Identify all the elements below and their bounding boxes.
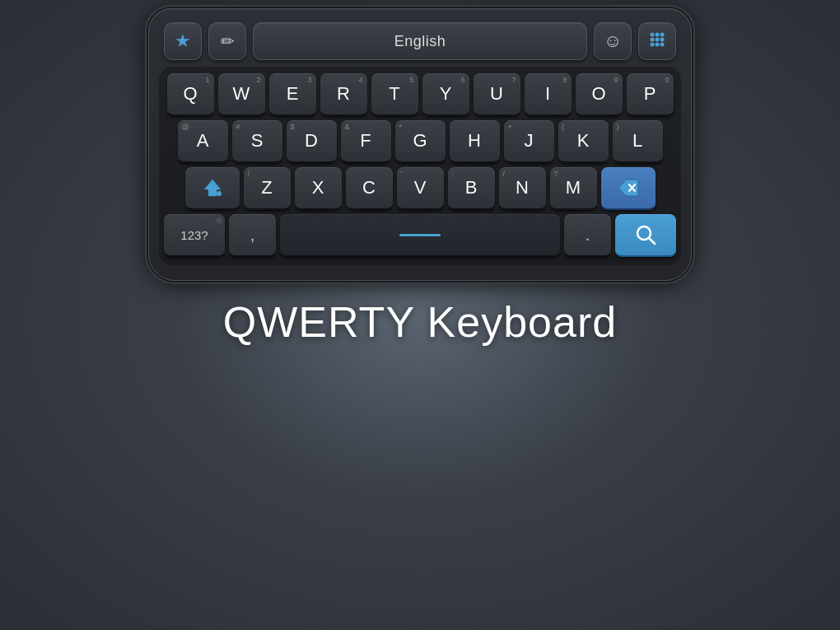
svg-point-7 [656,42,660,46]
toolbar-row: ★ ✏ English ☺ [159,19,681,67]
key-g[interactable]: * G [395,120,446,163]
svg-point-10 [217,191,222,196]
space-bar-indicator [399,234,441,236]
svg-point-2 [660,32,665,36]
key-j[interactable]: + J [504,120,554,163]
key-c[interactable]: C [346,167,393,210]
key-y[interactable]: 6 Y [422,73,469,116]
pencil-icon: ✏ [221,31,235,51]
emoji-button[interactable]: ☺ [594,22,632,60]
key-z[interactable]: ! Z [244,167,291,210]
num-label: 123? [180,228,208,242]
key-p[interactable]: 0 P [627,73,674,116]
space-key[interactable] [280,214,560,257]
shift-key[interactable] [185,167,240,210]
svg-point-0 [651,32,655,36]
svg-line-14 [649,238,655,244]
backspace-key[interactable] [601,167,656,210]
period-label: . [586,226,590,245]
row-qwerty: 1 Q 2 W 3 E 4 R 5 T [164,73,676,116]
svg-point-3 [651,37,655,41]
row-asdf: @ A # S $ D & F * G [164,120,676,163]
key-e[interactable]: 3 E [269,73,316,116]
language-label: English [394,33,446,50]
app-title: QWERTY Keyboard [223,297,617,347]
row-zxcv: ! Z X C ' V : B / N [164,167,676,210]
key-w[interactable]: 2 W [218,73,265,116]
keyboard-shell: ★ ✏ English ☺ [148,8,692,281]
emoji-icon: ☺ [604,30,622,52]
shift-icon [201,176,224,199]
key-n[interactable]: / N [499,167,546,210]
phone-container: ★ ✏ English ☺ [140,8,700,281]
pencil-button[interactable]: ✏ [208,22,246,60]
svg-point-4 [656,37,660,41]
key-r[interactable]: 4 R [320,73,367,116]
key-h[interactable]: H [450,120,500,163]
keyboard-body: 1 Q 2 W 3 E 4 R 5 T [159,67,681,265]
grid-button[interactable] [638,22,676,60]
key-q[interactable]: 1 Q [167,73,214,116]
comma-key[interactable]: , [229,214,276,257]
svg-point-5 [660,37,665,41]
grid-icon [649,31,665,52]
key-t[interactable]: 5 T [371,73,418,116]
backspace-icon [618,179,639,197]
gear-icon: ⚙ [216,217,222,225]
key-s[interactable]: # S [232,120,282,163]
svg-point-6 [651,42,655,46]
key-f[interactable]: & F [341,120,391,163]
star-icon: ★ [175,30,191,52]
row-bottom: ⚙ 123? , . [164,214,676,257]
search-icon [635,224,656,245]
key-u[interactable]: 7 U [474,73,520,116]
key-x[interactable]: X [295,167,342,210]
key-b[interactable]: : B [448,167,495,210]
star-button[interactable]: ★ [164,22,202,60]
key-a[interactable]: @ A [178,120,228,163]
svg-point-8 [660,42,665,46]
period-key[interactable]: . [564,214,611,257]
svg-point-1 [656,32,660,36]
key-m[interactable]: ? M [550,167,597,210]
key-v[interactable]: ' V [397,167,444,210]
search-key[interactable] [615,214,676,257]
key-d[interactable]: $ D [287,120,337,163]
num-key[interactable]: ⚙ 123? [164,214,225,257]
key-l[interactable]: ) L [613,120,663,163]
key-i[interactable]: 8 I [525,73,572,116]
key-o[interactable]: 9 O [576,73,623,116]
key-k[interactable]: ( K [558,120,609,163]
language-button[interactable]: English [253,22,587,60]
comma-label: , [250,226,255,245]
